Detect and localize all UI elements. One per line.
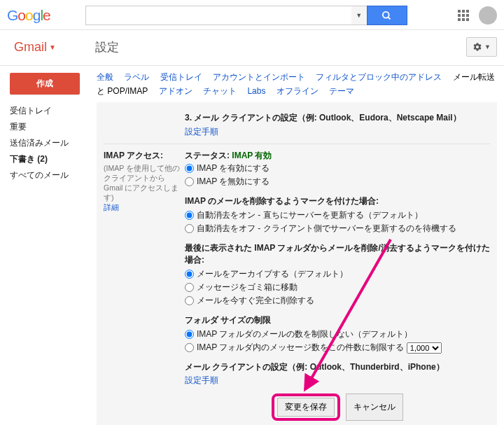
no-limit-option[interactable]: IMAP フォルダのメールの数を制限しない（デフォルト） (185, 328, 490, 341)
mail-client-config-heading: メール クライアントの設定（例: Outlook、Thunderbird、iPh… (185, 361, 490, 373)
tab-addons[interactable]: アドオン (159, 86, 192, 96)
svg-point-0 (383, 11, 389, 18)
svg-line-1 (388, 17, 391, 19)
search-button[interactable] (367, 6, 407, 25)
tab-chat[interactable]: チャット (203, 86, 237, 96)
mail-client-heading: 3. メール クライアントの設定（例: Outlook、Eudora、Netsc… (185, 112, 490, 124)
nav-sent[interactable]: 送信済みメール (10, 135, 97, 151)
imap-status-value: IMAP 有効 (232, 151, 272, 160)
imap-status-label: ステータス: (185, 151, 230, 160)
tab-labs[interactable]: Labs (247, 86, 265, 96)
limit-option[interactable]: IMAP フォルダ内のメッセージ数をこの件数に制限する 1,000 (185, 341, 490, 354)
auto-expunge-on[interactable]: 自動消去をオン - 直ちにサーバーを更新する（デフォルト） (185, 209, 490, 222)
save-changes-button[interactable]: 変更を保存 (277, 398, 335, 417)
imap-access-label: IMAP アクセス: (104, 150, 185, 162)
settings-tabs: 全般 ラベル 受信トレイ アカウントとインポート フィルタとブロック中のアドレス… (97, 70, 497, 102)
auto-expunge-off[interactable]: 自動消去をオフ - クライアント側でサーバーを更新するのを待機する (185, 222, 490, 235)
imap-enable-option[interactable]: IMAP を有効にする (185, 162, 490, 175)
apps-icon[interactable] (458, 10, 469, 21)
imap-detail-link[interactable]: 詳細 (104, 203, 119, 211)
config-steps-link[interactable]: 設定手順 (185, 127, 218, 137)
imap-disable-option[interactable]: IMAP を無効にする (185, 175, 490, 188)
imap-access-desc: (IMAP を使用して他のクライアントから Gmail にアクセスします) (104, 163, 185, 202)
nav-important[interactable]: 重要 (10, 119, 97, 135)
tab-accounts[interactable]: アカウントとインポート (213, 72, 305, 82)
archive-option[interactable]: メールをアーカイブする（デフォルト） (185, 267, 490, 281)
folder-size-heading: フォルダ サイズの制限 (185, 314, 490, 326)
nav-drafts[interactable]: 下書き (2) (10, 151, 97, 167)
search-options-dropdown[interactable]: ▼ (351, 6, 367, 25)
settings-gear-button[interactable]: ▼ (466, 37, 497, 57)
nav-inbox[interactable]: 受信トレイ (10, 103, 97, 119)
tab-filters[interactable]: フィルタとブロック中のアドレス (316, 72, 442, 82)
cancel-button[interactable]: キャンセル (346, 393, 403, 421)
trash-option[interactable]: メッセージをゴミ箱に移動 (185, 281, 490, 294)
page-title: 設定 (95, 39, 119, 55)
imap-delete-heading: IMAP のメールを削除するようマークを付けた場合: (185, 195, 490, 207)
client-config-link[interactable]: 設定手順 (185, 375, 218, 385)
gear-icon (472, 42, 482, 52)
tab-themes[interactable]: テーマ (329, 86, 354, 96)
nav-all-mail[interactable]: すべてのメール (10, 167, 97, 183)
tab-offline[interactable]: オフライン (276, 86, 318, 96)
tab-labels[interactable]: ラベル (124, 72, 149, 82)
delete-forever-option[interactable]: メールを今すぐ完全に削除する (185, 294, 490, 307)
search-icon (382, 11, 392, 21)
tab-general[interactable]: 全般 (97, 72, 113, 82)
limit-select[interactable]: 1,000 (407, 342, 442, 354)
annotation-highlight: 変更を保存 (272, 393, 340, 421)
gmail-dropdown[interactable]: Gmail▼ (14, 40, 56, 55)
imap-last-folder-heading: 最後に表示された IMAP フォルダからメールを削除/消去するようマークを付けた… (185, 242, 490, 266)
google-logo[interactable]: Google (7, 7, 50, 24)
account-avatar[interactable] (479, 6, 497, 25)
tab-inbox[interactable]: 受信トレイ (160, 72, 202, 82)
search-input[interactable] (85, 6, 351, 25)
compose-button[interactable]: 作成 (10, 73, 80, 95)
